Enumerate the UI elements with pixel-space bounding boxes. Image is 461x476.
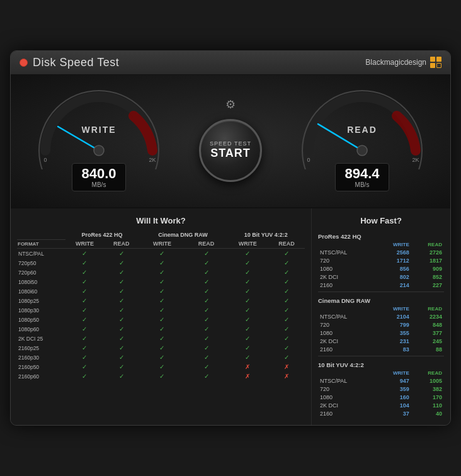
check-cell: ✓ [186, 334, 227, 343]
group-divider [318, 356, 444, 356]
how-fast-group-table: ProRes 422 HQWRITEREADNTSC/PAL2568272672… [318, 230, 444, 289]
write-gauge-container: 0 2K WRITE 840.0 MB/s [30, 88, 168, 191]
check-cell: ✓ [227, 249, 268, 259]
cross-icon: ✗ [284, 363, 289, 370]
check-cell: ✓ [65, 334, 105, 343]
check-cell: ✓ [139, 258, 185, 268]
check-icon: ✓ [119, 344, 124, 351]
start-button[interactable]: SPEED TEST START [199, 119, 262, 182]
read-value: 88 [411, 345, 444, 353]
check-icon: ✓ [119, 373, 124, 380]
check-cell: ✓ [186, 258, 227, 268]
check-icon: ✓ [204, 335, 209, 342]
check-cell: ✓ [268, 315, 305, 324]
check-icon: ✓ [284, 278, 289, 285]
check-cell: ✓ [65, 305, 105, 315]
check-cell: ✓ [186, 371, 227, 381]
check-cell: ✓ [139, 324, 185, 334]
svg-text:READ: READ [347, 125, 377, 135]
close-button[interactable] [20, 59, 28, 67]
check-icon: ✓ [284, 354, 289, 361]
check-icon: ✓ [245, 316, 250, 323]
empty-col-header [318, 305, 375, 312]
list-item: 2160214227 [318, 281, 444, 289]
check-icon: ✓ [284, 335, 289, 342]
write-value: 160 [375, 393, 411, 401]
check-cell: ✓ [139, 296, 185, 305]
check-cell: ✓ [268, 343, 305, 353]
svg-text:0: 0 [43, 157, 47, 163]
format-name: 2160p30 [17, 353, 65, 362]
check-cell: ✓ [139, 277, 185, 286]
check-cell: ✓ [268, 353, 305, 362]
check-icon: ✓ [82, 259, 87, 266]
format-name: 1080i60 [17, 286, 65, 296]
brand-sq3 [430, 63, 435, 68]
list-item: 2K DCI802852 [318, 273, 444, 281]
table-row: 2160p60✓✓✓✓✗✗ [17, 371, 305, 381]
check-icon: ✓ [119, 250, 124, 257]
table-row: 1080p50✓✓✓✓✓✓ [17, 315, 305, 324]
empty-col-header [318, 241, 375, 248]
yuv-group-header: 10 Bit YUV 4:2:2 [227, 230, 305, 239]
empty-col-header [318, 369, 375, 377]
write-value: 231 [375, 337, 411, 345]
list-item: 1080856909 [318, 264, 444, 273]
write-value: 856 [375, 264, 411, 273]
check-cell: ✓ [65, 353, 105, 362]
check-icon: ✓ [284, 316, 289, 323]
cross-icon: ✗ [245, 373, 250, 380]
read-value: 170 [411, 393, 444, 401]
check-icon: ✓ [119, 335, 124, 342]
check-cell: ✓ [139, 268, 185, 277]
check-cell: ✓ [65, 277, 105, 286]
read-value: 2726 [411, 248, 444, 256]
gauges-section: 0 2K WRITE 840.0 MB/s ⚙ SPEED TEST START [11, 75, 450, 208]
how-fast-group-table: 10 Bit YUV 4:2:2WRITEREADNTSC/PAL9471005… [318, 359, 444, 417]
write-value: 83 [375, 345, 411, 353]
check-icon: ✓ [119, 316, 124, 323]
table-row: 1080i60✓✓✓✓✓✓ [17, 286, 305, 296]
table-row: 1080p25✓✓✓✓✓✓ [17, 296, 305, 305]
read-value: 848 [411, 320, 444, 329]
format-name: 2K DCI 25 [17, 334, 65, 343]
check-cell: ✓ [65, 343, 105, 353]
check-icon: ✓ [204, 354, 209, 361]
row-label: NTSC/PAL [318, 377, 375, 385]
check-icon: ✓ [284, 259, 289, 266]
read-unit: MB/s [344, 181, 379, 188]
check-icon: ✓ [82, 288, 87, 295]
check-cell: ✓ [227, 343, 268, 353]
check-cell: ✓ [65, 324, 105, 334]
read-value: 1005 [411, 377, 444, 385]
check-icon: ✓ [245, 297, 250, 304]
check-icon: ✓ [159, 316, 164, 323]
check-icon: ✓ [245, 269, 250, 276]
check-cell: ✓ [268, 296, 305, 305]
settings-gear-icon[interactable]: ⚙ [225, 98, 236, 111]
check-icon: ✓ [119, 288, 124, 295]
check-cell: ✓ [104, 286, 139, 296]
check-icon: ✓ [159, 326, 164, 332]
check-cell: ✓ [65, 296, 105, 305]
row-label: 2160 [318, 409, 375, 417]
check-icon: ✓ [119, 363, 124, 370]
format-name: 1080p25 [17, 296, 65, 305]
read-gauge: 0 2K READ [299, 88, 425, 169]
svg-point-8 [357, 145, 367, 156]
check-cell: ✓ [227, 334, 268, 343]
brand-icon [430, 57, 441, 68]
check-icon: ✓ [284, 250, 289, 257]
check-icon: ✓ [204, 363, 209, 370]
table-row: 2K DCI 25✓✓✓✓✓✓ [17, 334, 305, 343]
check-cell: ✓ [65, 268, 105, 277]
check-icon: ✓ [204, 316, 209, 323]
table-row: 720p50✓✓✓✓✓✓ [17, 258, 305, 268]
check-icon: ✓ [82, 335, 87, 342]
check-icon: ✓ [204, 259, 209, 266]
check-icon: ✓ [204, 373, 209, 380]
row-label: 1080 [318, 329, 375, 337]
check-cell: ✓ [104, 296, 139, 305]
check-icon: ✓ [245, 259, 250, 266]
check-cell: ✓ [104, 305, 139, 315]
